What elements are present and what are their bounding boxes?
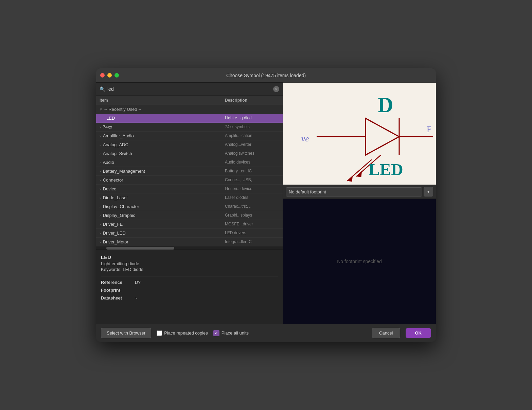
detail-divider xyxy=(101,276,278,276)
footprint-select[interactable]: No default footprint xyxy=(286,187,422,197)
place-all-units-label: Place all units xyxy=(221,330,249,336)
close-button[interactable] xyxy=(100,73,105,78)
list-item[interactable]: › Analog_ADC Analog...verter xyxy=(96,140,283,149)
reference-field: Reference D? xyxy=(101,280,278,285)
item-name-audio: Audio xyxy=(103,160,114,165)
right-panel: D ve LED xyxy=(283,83,436,324)
search-bar: 🔍 ✕ xyxy=(96,83,283,96)
maximize-button[interactable] xyxy=(114,73,119,78)
list-item[interactable]: › Diode_Laser Laser diodes xyxy=(96,193,283,202)
item-name-battery: Battery_Management xyxy=(103,169,145,174)
item-desc-device: Generi...device xyxy=(225,186,279,191)
footprint-dropdown-button[interactable]: ▾ xyxy=(424,187,433,197)
chevron-icon: › xyxy=(100,205,101,209)
titlebar: Choose Symbol (19475 items loaded) xyxy=(96,68,436,83)
reference-value: D? xyxy=(135,280,141,285)
item-desc-dchar: Charac...trix, .. xyxy=(225,204,279,209)
symbol-label-led: LED xyxy=(369,160,403,179)
list-item[interactable]: › Device Generi...device xyxy=(96,185,283,193)
item-desc-dled: LED drivers xyxy=(225,230,279,236)
datasheet-label: Datasheet xyxy=(101,295,135,301)
select-with-browser-button[interactable]: Select with Browser xyxy=(101,328,151,338)
item-name-aswitch: Analog_Switch xyxy=(103,151,132,156)
item-name-connector: Connector xyxy=(103,177,123,183)
chevron-icon: › xyxy=(100,143,101,147)
item-desc-led: Light e...g diod xyxy=(225,116,279,121)
list-item[interactable]: › Connector Conne..., USB, xyxy=(96,176,283,185)
scrollbar-thumb[interactable] xyxy=(106,247,174,250)
item-name-led: LED xyxy=(106,116,115,121)
item-desc-74xx: 74xx symbols xyxy=(225,124,279,130)
chevron-icon: › xyxy=(100,160,101,165)
list-item[interactable]: › Driver_LED LED drivers xyxy=(96,229,283,238)
list-item[interactable]: LED Light e...g diod xyxy=(96,114,283,123)
item-desc-dgraphic: Graphi...splays xyxy=(225,213,279,218)
symbol-list[interactable]: ∨ -- Recently Used -- LED Light e...g di… xyxy=(96,105,283,246)
list-item[interactable]: › Display_Character Charac...trix, .. xyxy=(96,202,283,211)
chevron-icon: › xyxy=(100,213,101,218)
item-name-dfet: Driver_FET xyxy=(103,222,125,227)
symbol-label-ve: ve xyxy=(301,134,309,143)
horizontal-scrollbar[interactable] xyxy=(96,246,283,249)
dropdown-icon: ▾ xyxy=(427,189,429,194)
detail-keywords: Keywords: LED diode xyxy=(101,267,278,272)
item-desc-adc: Analog...verter xyxy=(225,142,279,147)
search-clear-button[interactable]: ✕ xyxy=(273,86,279,92)
chevron-icon: › xyxy=(100,187,101,191)
search-input[interactable] xyxy=(107,86,273,92)
item-name-dchar: Display_Character xyxy=(103,204,139,209)
left-panel: 🔍 ✕ Item Description ∨ -- Recently Used … xyxy=(96,83,283,324)
keywords-label: Keywords: xyxy=(101,267,122,272)
chevron-icon: › xyxy=(100,125,101,129)
minimize-button[interactable] xyxy=(107,73,112,78)
list-item[interactable]: › Battery_Management Battery...ent IC xyxy=(96,167,283,176)
item-desc-amp: Amplifi...ication xyxy=(225,133,279,138)
item-name-amp: Amplifier_Audio xyxy=(103,133,134,138)
detail-description: Light emitting diode xyxy=(101,261,278,266)
list-item[interactable]: › Driver_FET MOSFE...driver xyxy=(96,220,283,229)
item-name-device: Device xyxy=(103,186,117,191)
place-repeated-checkbox[interactable] xyxy=(157,330,162,336)
recently-used-group[interactable]: ∨ -- Recently Used -- xyxy=(96,105,283,114)
list-item[interactable]: › Amplifier_Audio Amplifi...ication xyxy=(96,132,283,140)
item-name-dgraphic: Display_Graphic xyxy=(103,213,135,218)
chevron-icon: › xyxy=(100,169,101,173)
reference-label: Reference xyxy=(101,280,135,285)
place-all-units-checkbox[interactable]: ✓ xyxy=(213,330,219,336)
detail-panel: LED Light emitting diode Keywords: LED d… xyxy=(96,249,283,324)
item-name-adc: Analog_ADC xyxy=(103,142,128,147)
datasheet-value: ~ xyxy=(135,295,138,301)
footprint-preview: No footprint specified xyxy=(283,199,436,324)
ok-button[interactable]: OK xyxy=(406,328,431,338)
item-desc-audio: Audio devices xyxy=(225,160,279,165)
chevron-icon: › xyxy=(100,240,101,244)
recently-used-label: -- Recently Used -- xyxy=(104,107,141,112)
bottom-bar: Select with Browser Place repeated copie… xyxy=(96,324,436,342)
item-desc-dfet: MOSFE...driver xyxy=(225,222,279,227)
list-item[interactable]: › Driver_Motor Integra...ller IC xyxy=(96,238,283,246)
content-area: 🔍 ✕ Item Description ∨ -- Recently Used … xyxy=(96,83,436,324)
symbol-label-f: F xyxy=(427,125,431,134)
window-title: Choose Symbol (19475 items loaded) xyxy=(226,73,306,78)
led-symbol-svg: D ve LED xyxy=(283,83,436,185)
main-window: Choose Symbol (19475 items loaded) 🔍 ✕ I… xyxy=(96,68,436,342)
list-item[interactable]: › 74xx 74xx symbols xyxy=(96,123,283,132)
place-repeated-label: Place repeated copies xyxy=(164,330,208,336)
list-header: Item Description xyxy=(96,96,283,105)
datasheet-field: Datasheet ~ xyxy=(101,295,278,301)
column-item-header: Item xyxy=(100,98,225,103)
symbol-label-d: D xyxy=(378,93,393,117)
chevron-icon: › xyxy=(100,152,101,156)
detail-name: LED xyxy=(101,254,278,260)
footprint-select-row: No default footprint ▾ xyxy=(283,185,436,199)
item-desc-dmotor: Integra...ller IC xyxy=(225,239,279,244)
list-item[interactable]: › Display_Graphic Graphi...splays xyxy=(96,211,283,220)
chevron-icon: › xyxy=(100,178,101,182)
list-item[interactable]: › Audio Audio devices xyxy=(96,158,283,167)
chevron-icon: › xyxy=(100,231,101,235)
cancel-button[interactable]: Cancel xyxy=(372,328,400,338)
symbol-preview: D ve LED xyxy=(283,83,436,185)
list-item[interactable]: › Analog_Switch Analog switches xyxy=(96,149,283,158)
item-desc-connector: Conne..., USB, xyxy=(225,177,279,183)
traffic-lights xyxy=(100,73,119,78)
